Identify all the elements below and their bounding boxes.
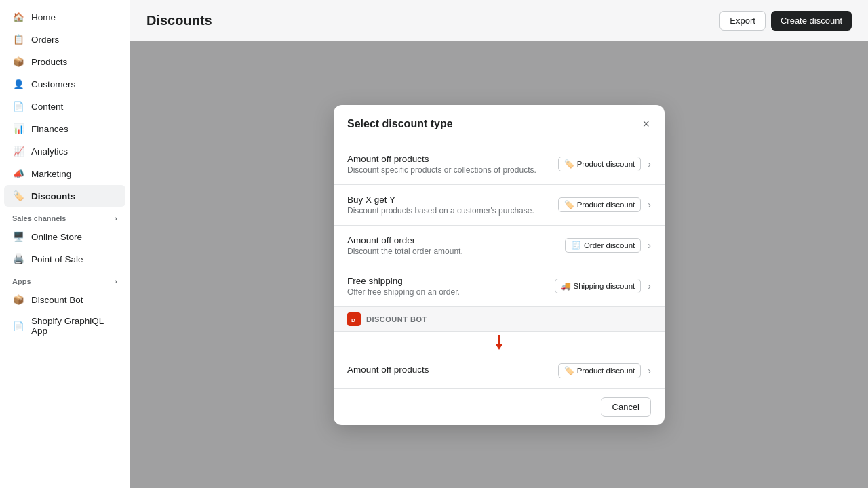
- amount-off-order-title: Amount off order: [347, 235, 565, 245]
- amount-off-products-desc: Discount specific products or collection…: [347, 165, 558, 175]
- export-button[interactable]: Export: [719, 11, 766, 30]
- amount-off-products-chevron-icon: ›: [648, 159, 651, 169]
- analytics-icon: 📈: [12, 145, 24, 157]
- sidebar: 🏠 Home 📋 Orders 📦 Products 👤 Customers 📄…: [0, 0, 130, 488]
- discount-bot-badge-icon: 🏷️: [564, 366, 574, 375]
- sidebar-item-analytics[interactable]: 📈 Analytics: [4, 140, 125, 162]
- discount-bot-chevron-icon: ›: [648, 365, 651, 376]
- discount-bot-section-label: DISCOUNT BOT: [366, 315, 427, 323]
- main-content: Discounts Export Create discount %: [130, 0, 868, 488]
- amount-off-order-chevron-icon: ›: [648, 240, 651, 251]
- sidebar-item-customers[interactable]: 👤 Customers: [4, 73, 125, 95]
- sidebar-item-label-discount-bot: Discount Bot: [31, 295, 83, 305]
- expand-icon[interactable]: ›: [115, 214, 117, 222]
- free-shipping-desc: Offer free shipping on an order.: [347, 287, 555, 297]
- discount-bot-icon: D: [347, 312, 361, 326]
- expand-icon[interactable]: ›: [115, 277, 117, 285]
- buy-x-get-y-badge-label: Product discount: [577, 201, 635, 209]
- home-icon: 🏠: [12, 11, 24, 23]
- marketing-icon: 📣: [12, 167, 24, 180]
- discount-bot-option-title: Amount off products: [347, 365, 558, 375]
- sidebar-item-label-point-of-sale: Point of Sale: [31, 254, 83, 264]
- buy-x-get-y-desc: Discount products based on a customer's …: [347, 206, 558, 216]
- buy-x-get-y-badge: 🏷️ Product discount: [558, 197, 642, 212]
- sidebar-item-label-shopify-graphiql: Shopify GraphiQL App: [31, 316, 117, 336]
- amount-off-order-desc: Discount the total order amount.: [347, 247, 565, 256]
- sidebar-item-discounts[interactable]: 🏷️ Discounts: [4, 185, 125, 207]
- modal-title: Select discount type: [347, 118, 453, 130]
- sidebar-item-label-orders: Orders: [31, 35, 59, 45]
- finances-icon: 📊: [12, 123, 24, 135]
- free-shipping-badge-icon: 🚚: [561, 281, 571, 291]
- sidebar-item-products[interactable]: 📦 Products: [4, 51, 125, 73]
- amount-off-products-badge-icon: 🏷️: [564, 159, 574, 169]
- topbar-actions: Export Create discount: [719, 11, 852, 30]
- discount-option-amount-off-order[interactable]: Amount off order Discount the total orde…: [334, 226, 665, 266]
- amount-off-products-badge-label: Product discount: [577, 160, 635, 168]
- sidebar-item-marketing[interactable]: 📣 Marketing: [4, 163, 125, 184]
- sidebar-item-home[interactable]: 🏠 Home: [4, 6, 125, 28]
- discount-bot-badge-label: Product discount: [577, 367, 635, 375]
- sidebar-item-label-discounts: Discounts: [31, 191, 75, 201]
- select-discount-type-modal: Select discount type × Amount off produc…: [334, 105, 665, 425]
- sidebar-item-content[interactable]: 📄 Content: [4, 96, 125, 117]
- amount-off-order-badge-icon: 🧾: [571, 241, 581, 250]
- products-icon: 📦: [12, 56, 24, 68]
- svg-text:D: D: [351, 317, 355, 323]
- sidebar-item-label-home: Home: [31, 12, 56, 22]
- sidebar-item-label-content: Content: [31, 102, 63, 112]
- sidebar-section-sales-channels: Sales channels ›: [0, 207, 130, 225]
- amount-off-products-title: Amount off products: [347, 154, 558, 164]
- modal-body: Amount off products Discount specific pr…: [334, 144, 665, 388]
- modal-header: Select discount type ×: [334, 105, 665, 144]
- sidebar-item-point-of-sale[interactable]: 🖨️ Point of Sale: [4, 248, 125, 270]
- sidebar-section-apps: Apps ›: [0, 270, 130, 288]
- buy-x-get-y-badge-icon: 🏷️: [564, 200, 574, 209]
- customers-icon: 👤: [12, 78, 24, 90]
- buy-x-get-y-title: Buy X get Y: [347, 195, 558, 205]
- content-icon: 📄: [12, 100, 24, 113]
- create-discount-button[interactable]: Create discount: [771, 11, 852, 30]
- free-shipping-title: Free shipping: [347, 276, 555, 286]
- amount-off-order-badge-label: Order discount: [584, 241, 635, 249]
- sidebar-item-online-store[interactable]: 🖥️ Online Store: [4, 226, 125, 247]
- sidebar-item-label-customers: Customers: [31, 79, 75, 89]
- amount-off-products-badge: 🏷️ Product discount: [558, 157, 642, 171]
- discounts-icon: 🏷️: [12, 190, 24, 202]
- discount-option-buy-x-get-y[interactable]: Buy X get Y Discount products based on a…: [334, 185, 665, 226]
- buy-x-get-y-chevron-icon: ›: [648, 199, 651, 210]
- free-shipping-badge: 🚚 Shipping discount: [555, 279, 642, 293]
- sidebar-item-discount-bot[interactable]: 📦 Discount Bot: [4, 289, 125, 310]
- topbar: Discounts Export Create discount: [130, 0, 868, 41]
- content-area: % Select discount type ×: [130, 41, 868, 488]
- svg-marker-13: [496, 344, 502, 350]
- orders-icon: 📋: [12, 33, 24, 45]
- amount-off-order-badge: 🧾 Order discount: [565, 238, 641, 253]
- cancel-button[interactable]: Cancel: [601, 397, 651, 417]
- modal-close-button[interactable]: ×: [641, 116, 651, 133]
- sidebar-item-label-finances: Finances: [31, 124, 68, 134]
- sidebar-item-label-analytics: Analytics: [31, 146, 68, 157]
- discount-bot-icon: 📦: [12, 293, 24, 306]
- point-of-sale-icon: 🖨️: [12, 253, 24, 265]
- free-shipping-badge-label: Shipping discount: [574, 282, 635, 290]
- sidebar-item-orders[interactable]: 📋 Orders: [4, 28, 125, 50]
- modal-footer: Cancel: [334, 388, 665, 425]
- discount-option-amount-off-products[interactable]: Amount off products Discount specific pr…: [334, 144, 665, 185]
- sidebar-item-finances[interactable]: 📊 Finances: [4, 118, 125, 140]
- sidebar-item-label-marketing: Marketing: [31, 169, 71, 179]
- shopify-graphiql-icon: 📄: [12, 320, 24, 332]
- free-shipping-chevron-icon: ›: [648, 281, 651, 291]
- page-title: Discounts: [146, 13, 212, 28]
- modal-overlay[interactable]: Select discount type × Amount off produc…: [130, 41, 868, 488]
- sidebar-item-shopify-graphiql[interactable]: 📄 Shopify GraphiQL App: [4, 311, 125, 341]
- sidebar-item-label-online-store: Online Store: [31, 232, 82, 242]
- discount-option-free-shipping[interactable]: Free shipping Offer free shipping on an …: [334, 266, 665, 307]
- discount-bot-badge: 🏷️ Product discount: [558, 363, 642, 378]
- discount-bot-amount-off-option[interactable]: Amount off products 🏷️ Product discount …: [334, 354, 665, 388]
- sidebar-item-label-products: Products: [31, 57, 67, 67]
- online-store-icon: 🖥️: [12, 230, 24, 243]
- arrow-indicator: [334, 332, 665, 354]
- discount-bot-section-header: D DISCOUNT BOT: [334, 307, 665, 332]
